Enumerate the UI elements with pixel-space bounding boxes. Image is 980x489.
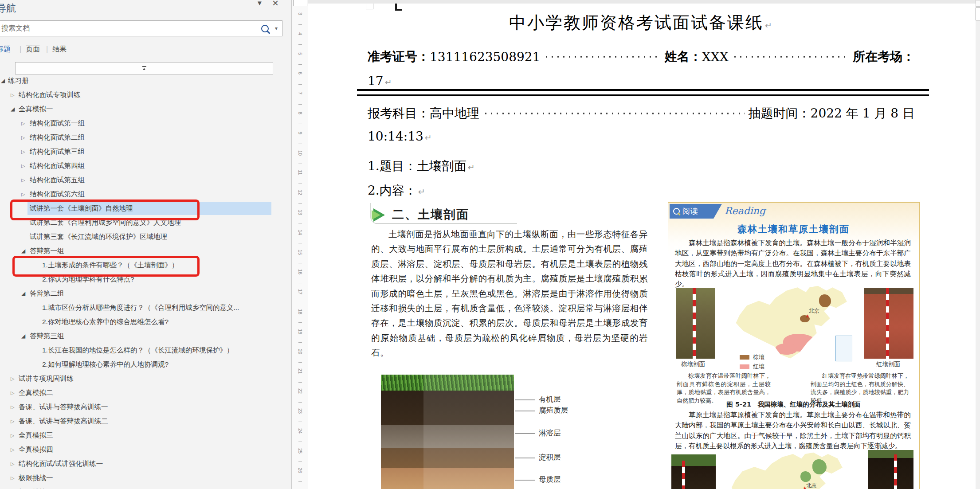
- outline-item-label[interactable]: 试讲第二套《合理利用城乡空间的意义》人文地理: [30, 215, 181, 230]
- collapse-arrow-icon[interactable]: ◢: [21, 329, 25, 343]
- expand-arrow-icon[interactable]: ▷: [11, 372, 14, 386]
- expand-arrow-icon[interactable]: ▷: [11, 442, 14, 457]
- outline-item[interactable]: ◢答辩第二组: [0, 286, 291, 301]
- outline-item-label[interactable]: 答辩第二组: [30, 286, 64, 301]
- scrollbar-thumb[interactable]: [976, 8, 980, 20]
- outline-item-label[interactable]: 结构化面试专项训练: [19, 88, 81, 102]
- outline-item[interactable]: ▷试讲专项巩固训练: [0, 372, 291, 386]
- outline-item[interactable]: ◢答辩第一组: [0, 244, 291, 258]
- outline-item[interactable]: 1.城市区位分析从哪些角度进行？（《合理利用城乡空间的意义...: [0, 301, 291, 315]
- outline-item-label[interactable]: 极限挑战二: [19, 485, 53, 489]
- outline-item[interactable]: ▷极限挑战二: [0, 485, 291, 489]
- outline-item[interactable]: ▷结构化面试/试讲强化训练一: [0, 457, 291, 471]
- expand-arrow-icon[interactable]: ▷: [11, 428, 14, 442]
- outline-item-label[interactable]: 答辩第三组: [30, 329, 64, 343]
- ruler-tick: [298, 442, 302, 442]
- expand-arrow-icon[interactable]: ▷: [11, 471, 14, 485]
- outline-item-label[interactable]: 1.长江在我国的地位是怎么样的？（《长江流域的环境保护》）: [42, 343, 233, 357]
- expand-arrow-icon[interactable]: ▷: [11, 386, 14, 400]
- expand-arrow-icon[interactable]: ▷: [21, 145, 25, 159]
- outline-item[interactable]: ▷结构化面试专项训练: [0, 88, 291, 102]
- outline-item[interactable]: ◢全真模拟一: [0, 102, 291, 116]
- expand-arrow-icon[interactable]: ▷: [11, 457, 14, 471]
- outline-item[interactable]: 试讲第二套《合理利用城乡空间的意义》人文地理: [0, 215, 291, 230]
- outline-item-label[interactable]: 1.土壤形成的条件有哪些？（《土壤剖面》）: [42, 258, 178, 272]
- outline-item-label[interactable]: 结构化面试第三组: [30, 145, 85, 159]
- expand-arrow-icon[interactable]: ▷: [11, 400, 14, 414]
- outline-item[interactable]: ▷全真模拟三: [0, 428, 291, 442]
- outline-item[interactable]: ▷结构化面试第一组: [0, 116, 291, 130]
- outline-item-label[interactable]: 全真模拟一: [19, 102, 53, 116]
- ruler-number: 23: [298, 403, 303, 419]
- outline-item-label[interactable]: 结构化面试第二组: [30, 130, 85, 145]
- outline-item-label[interactable]: 结构化面试第一组: [30, 116, 85, 130]
- document-page[interactable]: 中小学教师资格考试面试备课纸↵ 准考证号： 13111623508921 姓名：…: [308, 4, 976, 489]
- outline-item[interactable]: ▷结构化面试第三组: [0, 145, 291, 159]
- expand-arrow-icon[interactable]: ▷: [21, 159, 25, 173]
- collapse-arrow-icon[interactable]: ◢: [11, 102, 15, 116]
- collapse-arrow-icon[interactable]: ◢: [21, 286, 25, 301]
- expand-arrow-icon[interactable]: ▷: [11, 88, 14, 102]
- search-icon[interactable]: [261, 25, 269, 32]
- search-dropdown-caret-icon[interactable]: ▾: [275, 25, 278, 31]
- reading-title: 森林土壤和草原土壤剖面: [668, 223, 919, 235]
- outline-item[interactable]: 2.你对地理核心素养中的综合思维怎么看?: [0, 315, 291, 329]
- collapse-arrow-icon[interactable]: ◢: [21, 244, 25, 258]
- expand-arrow-icon[interactable]: ▷: [21, 187, 25, 201]
- outline-item-label[interactable]: 全真模拟二: [19, 386, 53, 400]
- outline-item-label[interactable]: 试讲专项巩固训练: [19, 372, 74, 386]
- ruler-number: 18: [298, 304, 303, 320]
- outline-item[interactable]: 试讲第三套《长江流域的环境保护》区域地理: [0, 230, 291, 244]
- outline-item-label[interactable]: 结构化面试第四组: [30, 159, 85, 173]
- outline-item-label[interactable]: 2.你认为地理学科有什么特点?: [42, 272, 134, 286]
- outline-item-label[interactable]: 备课、试讲与答辩拔高训练一: [19, 400, 108, 414]
- outline-item[interactable]: 1.长江在我国的地位是怎么样的？（《长江流域的环境保护》）: [0, 343, 291, 357]
- outline-item-label[interactable]: 练习册: [8, 74, 29, 88]
- outline-item[interactable]: 2.如何理解地理核心素养中的人地协调观?: [0, 357, 291, 372]
- outline-item-label[interactable]: 2.如何理解地理核心素养中的人地协调观?: [42, 357, 169, 372]
- outline-item-label[interactable]: 全真模拟四: [19, 442, 53, 457]
- outline-item[interactable]: ◢答辩第三组: [0, 329, 291, 343]
- outline-item[interactable]: ▷结构化面试第五组: [0, 173, 291, 187]
- collapse-arrow-icon[interactable]: ◢: [1, 74, 5, 88]
- outline-item-label[interactable]: 结构化面试第五组: [30, 173, 85, 187]
- outline-item-label[interactable]: 结构化面试第六组: [30, 187, 85, 201]
- outline-item[interactable]: ◢练习册: [0, 74, 291, 88]
- ruler-number: 17: [298, 284, 303, 300]
- outline-item[interactable]: ▷极限挑战一: [0, 471, 291, 485]
- outline-item-label[interactable]: 答辩第一组: [30, 244, 64, 258]
- outline-item-label[interactable]: 备课、试讲与答辩拔高训练二: [19, 414, 108, 428]
- outline-item-label[interactable]: 结构化面试/试讲强化训练一: [19, 457, 103, 471]
- outline-item[interactable]: 2.你认为地理学科有什么特点?: [0, 272, 291, 286]
- scroll-up-button[interactable]: [976, 0, 980, 7]
- tab-headings[interactable]: 标题: [0, 45, 11, 54]
- outline-item[interactable]: 试讲第一套《土壤剖面》自然地理: [0, 201, 291, 215]
- jump-to-top-button[interactable]: [15, 62, 273, 74]
- expand-arrow-icon[interactable]: ▷: [21, 116, 25, 130]
- outline-item-label[interactable]: 试讲第三套《长江流域的环境保护》区域地理: [30, 230, 167, 244]
- tab-results[interactable]: 结果: [52, 45, 67, 54]
- outline-item-label[interactable]: 极限挑战一: [19, 471, 53, 485]
- expand-arrow-icon[interactable]: ▷: [21, 173, 25, 187]
- search-input[interactable]: 搜索文档 ▾: [0, 20, 282, 36]
- chevron-down-icon[interactable]: ▼: [256, 0, 263, 7]
- outline-item[interactable]: ▷备课、试讲与答辩拔高训练一: [0, 400, 291, 414]
- tab-pages[interactable]: 页面: [26, 45, 40, 54]
- outline-item-label[interactable]: 试讲第一套《土壤剖面》自然地理: [30, 201, 133, 215]
- outline-item-label[interactable]: 1.城市区位分析从哪些角度进行？（《合理利用城乡空间的意义...: [42, 301, 239, 315]
- outline-item[interactable]: ▷全真模拟四: [0, 442, 291, 457]
- outline-item[interactable]: ▷结构化面试第六组: [0, 187, 291, 201]
- outline-item[interactable]: ▷全真模拟二: [0, 386, 291, 400]
- outline-item-label[interactable]: 2.你对地理核心素养中的综合思维怎么看?: [42, 315, 169, 329]
- outline-item[interactable]: ▷备课、试讲与答辩拔高训练二: [0, 414, 291, 428]
- expand-arrow-icon[interactable]: ▷: [21, 130, 25, 145]
- outline-item[interactable]: ▷结构化面试第二组: [0, 130, 291, 145]
- ruler-tick: [298, 164, 302, 164]
- expand-arrow-icon[interactable]: ▷: [11, 485, 14, 489]
- expand-arrow-icon[interactable]: ▷: [11, 414, 14, 428]
- outline-item[interactable]: ▷结构化面试第四组: [0, 159, 291, 173]
- close-icon[interactable]: ×: [272, 0, 278, 9]
- outline-item-label[interactable]: 全真模拟三: [19, 428, 53, 442]
- outline-item[interactable]: 1.土壤形成的条件有哪些？（《土壤剖面》）: [0, 258, 291, 272]
- vertical-scrollbar[interactable]: [976, 0, 980, 489]
